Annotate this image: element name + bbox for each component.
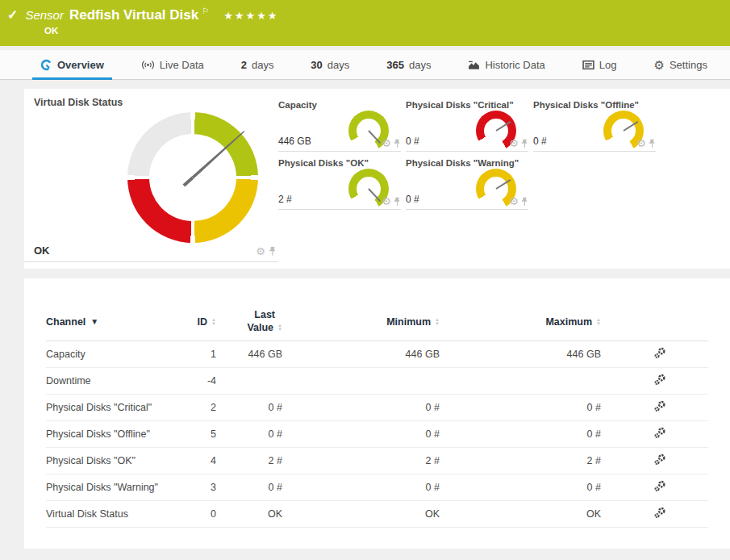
channel-id: 3	[171, 482, 216, 493]
gauge-value: 2 #	[278, 194, 292, 205]
channel-settings-gears-icon[interactable]	[654, 374, 666, 386]
tab-label: Log	[599, 59, 617, 71]
channel-settings-gears-icon[interactable]	[654, 400, 666, 412]
sensor-type-label: Sensor	[25, 8, 64, 22]
channel-id: 4	[171, 455, 216, 466]
gear-icon: ⚙	[653, 59, 664, 71]
tab-label: Live Data	[160, 59, 204, 71]
gauge-needle	[368, 188, 381, 202]
table-row: Capacity 1 446 GB 446 GB 446 GB	[46, 341, 708, 368]
channel-settings-gears-icon[interactable]	[654, 480, 666, 492]
tab-live-data[interactable]: Live Data	[133, 50, 212, 79]
gauge-title: Physical Disks "Offline"	[533, 100, 656, 110]
channel-name: Physical Disks "Warning"	[46, 482, 171, 493]
channel-name: Physical Disks "Offline"	[46, 428, 171, 440]
minimum-value: 0 #	[282, 482, 440, 493]
pin-icon[interactable]	[521, 197, 528, 207]
channel-gauge-offline: Physical Disks "Offline" 0 # ⚙	[533, 100, 656, 152]
priority-stars[interactable]: ★★★★★	[223, 10, 278, 22]
channel-settings-gears-icon[interactable]	[654, 453, 666, 466]
column-label: Last	[254, 309, 275, 322]
status-check-icon: ✓	[7, 7, 18, 23]
minimum-value: 2 #	[282, 455, 440, 466]
tab-bar: Overview Live Data 2 days 30 days 365 da…	[0, 50, 730, 80]
maximum-value: OK	[440, 508, 601, 520]
gauge-needle	[192, 130, 246, 179]
column-header-channel[interactable]: Channel ▼	[46, 316, 171, 328]
pin-icon[interactable]	[394, 197, 401, 207]
gear-icon[interactable]: ⚙	[256, 246, 265, 257]
gauge-value: 0 #	[406, 194, 419, 205]
pin-icon[interactable]	[269, 246, 277, 257]
maximum-value: 2 #	[440, 455, 601, 466]
table-row: Physical Disks "Critical" 2 0 # 0 # 0 #	[46, 395, 708, 421]
maximum-value: 0 #	[440, 482, 601, 493]
gear-icon[interactable]: ⚙	[509, 196, 519, 207]
last-value: 446 GB	[216, 349, 282, 360]
tab-settings[interactable]: ⚙ Settings	[645, 50, 715, 79]
gear-icon[interactable]: ⚙	[636, 138, 646, 148]
channel-name: Virtual Disk Status	[46, 508, 171, 520]
minimum-value: 0 #	[282, 402, 440, 413]
sort-icon: ▲▼	[596, 318, 601, 326]
minimum-value: 446 GB	[282, 349, 440, 360]
tab-unit: days	[409, 59, 431, 71]
table-row: Downtime -4	[46, 368, 708, 395]
maximum-value: 446 GB	[440, 349, 601, 360]
gauge-title: Physical Disks "Critical"	[406, 100, 528, 110]
gauge-title: Physical Disks "Warning"	[406, 158, 528, 168]
tab-2-days[interactable]: 2 days	[233, 50, 282, 79]
maximum-value: 0 #	[440, 428, 601, 440]
tab-log[interactable]: Log	[574, 50, 625, 79]
gauge-title: Physical Disks "OK"	[278, 158, 401, 168]
gauge-needle	[623, 121, 638, 132]
main-gauge-value: OK	[34, 244, 50, 257]
tab-unit: days	[327, 59, 349, 71]
tab-label: Historic Data	[485, 59, 544, 71]
tab-30-days[interactable]: 30 days	[302, 50, 357, 79]
gear-icon[interactable]: ⚙	[382, 196, 391, 207]
column-label: Maximum	[545, 316, 592, 328]
channel-name: Physical Disks "OK"	[46, 455, 171, 466]
table-row: Physical Disks "Offline" 5 0 # 0 # 0 #	[46, 421, 708, 448]
flag-icon: ⚐	[202, 6, 209, 15]
channel-gauge-capacity: Capacity 446 GB ⚙	[278, 100, 401, 152]
gear-icon[interactable]: ⚙	[382, 138, 391, 148]
last-value: 0 #	[216, 482, 282, 493]
column-header-minimum[interactable]: Minimum ▲▼	[282, 316, 440, 328]
channel-id: 2	[171, 402, 216, 413]
channel-id: 1	[171, 349, 216, 360]
column-header-maximum[interactable]: Maximum ▲▼	[440, 316, 601, 328]
gear-icon[interactable]: ⚙	[509, 138, 519, 148]
pin-icon[interactable]	[394, 139, 401, 148]
gauge-icon	[40, 59, 52, 71]
column-label: Value	[247, 322, 273, 335]
last-value: 0 #	[216, 402, 282, 413]
tab-historic-data[interactable]: Historic Data	[460, 50, 553, 79]
channel-id: -4	[171, 375, 216, 387]
column-label: ID	[198, 316, 208, 328]
column-header-id[interactable]: ID ▲▼	[171, 316, 216, 328]
table-row: Physical Disks "OK" 4 2 # 2 # 2 #	[46, 448, 708, 474]
column-header-last-value[interactable]: Last Value ▲▼	[216, 309, 282, 334]
channel-id: 5	[171, 428, 216, 440]
gauge-title: Capacity	[278, 100, 401, 110]
minimum-value: 0 #	[282, 428, 440, 440]
tab-label: Overview	[57, 59, 104, 71]
pin-icon[interactable]	[649, 139, 656, 148]
channel-id: 0	[171, 508, 216, 520]
virtual-disk-status-gauge	[127, 112, 258, 243]
tab-365-days[interactable]: 365 days	[378, 50, 439, 79]
sensor-title: Redfish Virtual Disk	[69, 7, 198, 23]
area-chart-icon	[468, 60, 480, 70]
last-value: 0 #	[216, 428, 282, 440]
pin-icon[interactable]	[521, 139, 528, 148]
tab-unit: days	[252, 59, 273, 71]
channel-settings-gears-icon[interactable]	[654, 347, 666, 359]
log-list-icon	[582, 60, 594, 70]
tab-overview[interactable]: Overview	[32, 50, 112, 79]
channel-gauge-critical: Physical Disks "Critical" 0 # ⚙	[406, 100, 528, 152]
channel-settings-gears-icon[interactable]	[654, 427, 666, 439]
live-signal-icon	[141, 60, 155, 70]
channel-settings-gears-icon[interactable]	[654, 507, 666, 519]
